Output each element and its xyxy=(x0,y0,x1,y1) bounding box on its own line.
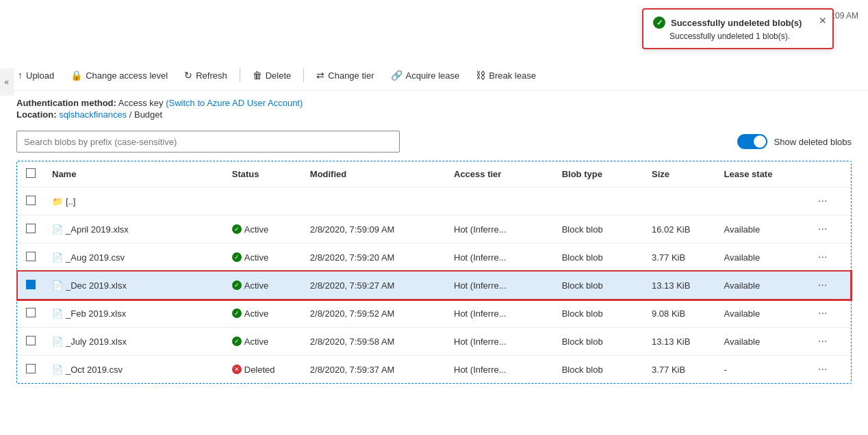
file-icon: 📄 xyxy=(52,365,63,375)
select-all-checkbox[interactable] xyxy=(26,168,36,178)
show-deleted-toggle[interactable] xyxy=(737,134,767,149)
toolbar: ↑ Upload 🔒 Change access level ↻ Refresh… xyxy=(0,60,868,91)
table-row[interactable]: 📁[..]··· xyxy=(18,187,851,215)
table-body: 📁[..]···📄_April 2019.xlsx✓ Active2/8/202… xyxy=(18,187,851,384)
acquire-lease-button[interactable]: 🔗 Acquire lease xyxy=(384,66,467,85)
search-row: Show deleted blobs xyxy=(0,125,868,161)
cell-blob-type: Block blob xyxy=(554,272,643,300)
file-icon: 📄 xyxy=(52,252,63,263)
cell-lease-state: Available xyxy=(716,328,806,356)
cell-modified: 2/8/2020, 7:59:27 AM xyxy=(302,272,446,300)
table-row[interactable]: 📄_Oct 2019.csv✕ Deleted2/8/2020, 7:59:37… xyxy=(18,356,851,384)
change-access-button[interactable]: 🔒 Change access level xyxy=(64,66,175,85)
status-icon: ✓ xyxy=(232,337,242,346)
toolbar-divider-2 xyxy=(303,68,304,82)
cell-size: 9.08 KiB xyxy=(643,300,716,328)
more-actions-button[interactable]: ··· xyxy=(814,194,831,209)
cell-access-tier: Hot (Inferre... xyxy=(446,272,554,300)
table-row[interactable]: 📄_Dec 2019.xlsx✓ Active2/8/2020, 7:59:27… xyxy=(18,272,851,300)
cell-size xyxy=(643,187,716,215)
cell-name: 📄_July 2019.xlsx xyxy=(44,328,224,356)
cell-status: ✕ Deleted xyxy=(224,356,302,384)
location-label: Location: xyxy=(16,109,57,120)
break-lease-button[interactable]: ⛓ Break lease xyxy=(469,66,543,85)
row-checkbox[interactable] xyxy=(26,252,36,261)
cell-size: 3.77 KiB xyxy=(643,356,716,384)
notification-close-button[interactable]: ✕ xyxy=(819,15,827,26)
file-icon: 📄 xyxy=(52,337,63,347)
cell-actions: ··· xyxy=(806,356,851,384)
cell-blob-type xyxy=(554,187,643,215)
table-row[interactable]: 📄_Feb 2019.xlsx✓ Active2/8/2020, 7:59:52… xyxy=(18,300,851,328)
cell-lease-state: Available xyxy=(716,272,806,300)
cell-name: 📄_Feb 2019.xlsx xyxy=(44,300,224,328)
cell-actions: ··· xyxy=(806,300,851,328)
header-actions xyxy=(806,161,851,187)
cell-name: 📄_Dec 2019.xlsx xyxy=(44,272,224,300)
more-actions-button[interactable]: ··· xyxy=(814,334,831,349)
cell-blob-type: Block blob xyxy=(554,328,643,356)
location-path: / Budget xyxy=(129,109,162,120)
cell-access-tier: Hot (Inferre... xyxy=(446,215,554,243)
blob-table: Name Status Modified Access tier Blob ty… xyxy=(17,161,851,383)
cell-modified: 2/8/2020, 7:59:58 AM xyxy=(302,328,446,356)
row-checkbox[interactable] xyxy=(26,224,36,233)
status-icon: ✓ xyxy=(232,308,242,318)
header-modified: Modified xyxy=(302,161,446,187)
toggle-knob xyxy=(754,135,766,148)
success-icon: ✓ xyxy=(653,16,665,29)
delete-icon: 🗑 xyxy=(253,70,262,81)
row-checkbox[interactable] xyxy=(26,308,36,317)
status-icon: ✕ xyxy=(232,365,242,374)
header-name: Name xyxy=(44,161,224,187)
switch-auth-link[interactable]: (Switch to Azure AD User Account) xyxy=(166,98,303,108)
change-tier-button[interactable]: ⇄ Change tier xyxy=(309,66,381,85)
cell-access-tier: Hot (Inferre... xyxy=(446,243,554,272)
header-access-tier: Access tier xyxy=(446,161,554,187)
cell-modified: 2/8/2020, 7:59:52 AM xyxy=(302,300,446,328)
nav-collapse-button[interactable]: « xyxy=(0,68,14,96)
refresh-button[interactable]: ↻ Refresh xyxy=(177,66,234,85)
cell-status: ✓ Active xyxy=(224,272,302,300)
header-checkbox-cell xyxy=(18,161,44,187)
file-icon: 📄 xyxy=(52,308,63,319)
cell-modified xyxy=(302,187,446,215)
storage-account-link[interactable]: sqlshackfinances xyxy=(59,109,127,120)
more-actions-button[interactable]: ··· xyxy=(814,222,831,237)
more-actions-button[interactable]: ··· xyxy=(814,250,831,265)
delete-button[interactable]: 🗑 Delete xyxy=(246,66,298,85)
toggle-row: Show deleted blobs xyxy=(737,134,852,149)
table-header-row: Name Status Modified Access tier Blob ty… xyxy=(18,161,851,187)
cell-status: ✓ Active xyxy=(224,328,302,356)
header-size: Size xyxy=(643,161,716,187)
table-row[interactable]: 📄_July 2019.xlsx✓ Active2/8/2020, 7:59:5… xyxy=(18,328,851,356)
cell-lease-state: - xyxy=(716,356,806,384)
tier-icon: ⇄ xyxy=(316,70,324,81)
header-lease-state: Lease state xyxy=(716,161,806,187)
cell-actions: ··· xyxy=(806,328,851,356)
cell-size: 16.02 KiB xyxy=(643,215,716,243)
more-actions-button[interactable]: ··· xyxy=(814,278,831,293)
cell-blob-type: Block blob xyxy=(554,243,643,272)
table-row[interactable]: 📄_April 2019.xlsx✓ Active2/8/2020, 7:59:… xyxy=(18,215,851,243)
row-checkbox[interactable] xyxy=(26,336,36,345)
upload-button[interactable]: ↑ Upload xyxy=(11,66,61,85)
cell-name: 📁[..] xyxy=(44,187,224,215)
search-input[interactable] xyxy=(16,131,400,153)
status-icon: ✓ xyxy=(232,280,242,290)
more-actions-button[interactable]: ··· xyxy=(814,306,831,321)
auth-method-label: Authentication method: xyxy=(16,98,116,108)
status-icon: ✓ xyxy=(232,224,242,234)
row-checkbox[interactable] xyxy=(26,364,36,373)
cell-name: 📄_April 2019.xlsx xyxy=(44,215,224,243)
cell-lease-state: Available xyxy=(716,243,806,272)
cell-status: ✓ Active xyxy=(224,243,302,272)
more-actions-button[interactable]: ··· xyxy=(814,362,831,377)
table-row[interactable]: 📄_Aug 2019.csv✓ Active2/8/2020, 7:59:20 … xyxy=(18,243,851,272)
row-checkbox[interactable] xyxy=(26,280,36,289)
cell-size: 13.13 KiB xyxy=(643,272,716,300)
row-checkbox[interactable] xyxy=(26,196,36,205)
cell-lease-state: Available xyxy=(716,300,806,328)
cell-lease-state: Available xyxy=(716,215,806,243)
notification-subtitle: Successfully undeleted 1 blob(s). xyxy=(653,31,823,41)
